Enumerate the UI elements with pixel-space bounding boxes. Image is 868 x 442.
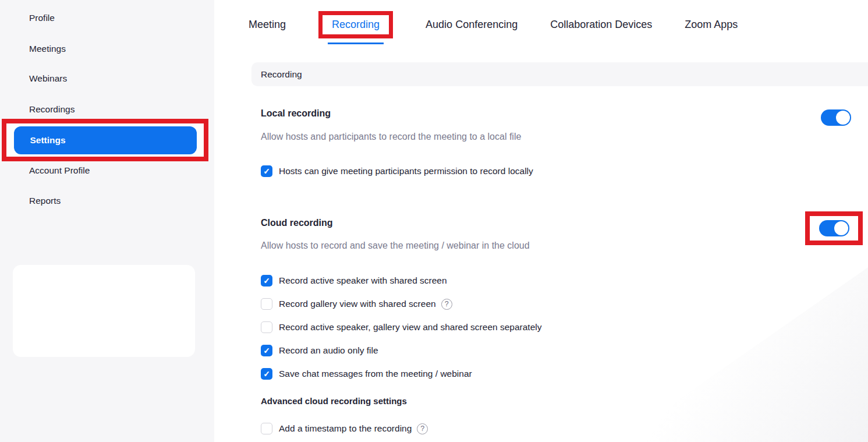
option-label: Hosts can give meeting participants perm… <box>279 166 533 176</box>
checkbox-unchecked-icon[interactable] <box>261 298 272 310</box>
toggle-knob <box>834 221 848 235</box>
checkbox-unchecked-icon[interactable] <box>261 423 272 434</box>
annotation-box-settings: Settings <box>2 119 208 161</box>
option-label: Record active speaker with shared screen <box>279 275 447 286</box>
option-label: Record gallery view with shared screen <box>279 299 436 309</box>
sidebar: Profile Meetings Webinars Recordings Set… <box>0 0 214 442</box>
checkbox-unchecked-icon[interactable] <box>261 321 272 333</box>
local-recording-description: Allow hosts and participants to record t… <box>261 132 521 142</box>
annotation-box-cloud-toggle <box>805 211 863 245</box>
sidebar-item-profile[interactable]: Profile <box>29 13 55 23</box>
active-tab-underline <box>328 43 384 44</box>
cloud-recording-title: Cloud recording <box>261 218 333 228</box>
option-record-separately[interactable]: Record active speaker, gallery view and … <box>261 316 541 339</box>
sidebar-item-meetings[interactable]: Meetings <box>29 44 66 54</box>
checkbox-checked-icon[interactable]: ✓ <box>261 275 272 287</box>
toggle-knob <box>836 111 850 125</box>
check-icon: ✓ <box>263 277 270 285</box>
advanced-cloud-settings-label: Advanced cloud recording settings <box>261 396 407 406</box>
checkbox-checked-icon[interactable]: ✓ <box>261 165 272 177</box>
checkbox-checked-icon[interactable]: ✓ <box>261 345 272 356</box>
check-icon: ✓ <box>263 346 270 355</box>
option-label: Save chat messages from the meeting / we… <box>279 369 472 379</box>
option-record-audio-only[interactable]: ✓ Record an audio only file <box>261 339 378 362</box>
help-icon[interactable]: ? <box>417 423 428 434</box>
checkbox-checked-icon[interactable]: ✓ <box>261 368 272 380</box>
sidebar-item-reports[interactable]: Reports <box>29 196 61 206</box>
option-save-chat-messages[interactable]: ✓ Save chat messages from the meeting / … <box>261 362 472 386</box>
option-add-timestamp[interactable]: Add a timestamp to the recording ? <box>261 417 428 440</box>
section-header-recording: Recording <box>251 62 868 86</box>
help-links-card: Attend Live Training Video Tutorials Kno… <box>13 265 195 357</box>
sidebar-item-settings[interactable]: Settings <box>14 126 197 154</box>
option-label: Add a timestamp to the recording <box>279 423 412 434</box>
annotation-box-recording-tab: Recording <box>318 11 393 38</box>
settings-tab-bar: Meeting Recording Audio Conferencing Col… <box>249 0 738 49</box>
tab-zoom-apps[interactable]: Zoom Apps <box>685 19 738 31</box>
cloud-recording-toggle[interactable] <box>819 220 849 236</box>
check-icon: ✓ <box>263 167 270 175</box>
tab-meeting[interactable]: Meeting <box>249 19 286 31</box>
tab-recording[interactable]: Recording <box>332 19 380 31</box>
section-header-label: Recording <box>261 69 302 80</box>
tab-audio-conferencing[interactable]: Audio Conferencing <box>426 19 518 31</box>
help-icon[interactable]: ? <box>441 299 452 310</box>
option-record-gallery-view-shared-screen[interactable]: Record gallery view with shared screen ? <box>261 292 452 316</box>
cloud-recording-description: Allow hosts to record and save the meeti… <box>261 241 530 251</box>
sidebar-item-account-profile[interactable]: Account Profile <box>29 165 90 176</box>
settings-main-panel: Meeting Recording Audio Conferencing Col… <box>214 0 868 442</box>
option-label: Record an audio only file <box>279 345 378 356</box>
check-icon: ✓ <box>263 370 270 378</box>
option-hosts-permission-record-locally[interactable]: ✓ Hosts can give meeting participants pe… <box>261 160 533 183</box>
background-swoosh <box>618 267 868 442</box>
sidebar-item-webinars[interactable]: Webinars <box>29 73 67 84</box>
sidebar-item-recordings[interactable]: Recordings <box>29 104 75 115</box>
local-recording-toggle[interactable] <box>821 109 851 126</box>
option-record-active-speaker-shared-screen[interactable]: ✓ Record active speaker with shared scre… <box>261 269 447 292</box>
local-recording-title: Local recording <box>261 108 331 119</box>
sidebar-item-settings-label: Settings <box>30 135 66 146</box>
option-label: Record active speaker, gallery view and … <box>279 322 541 333</box>
tab-collaboration-devices[interactable]: Collaboration Devices <box>550 19 652 31</box>
